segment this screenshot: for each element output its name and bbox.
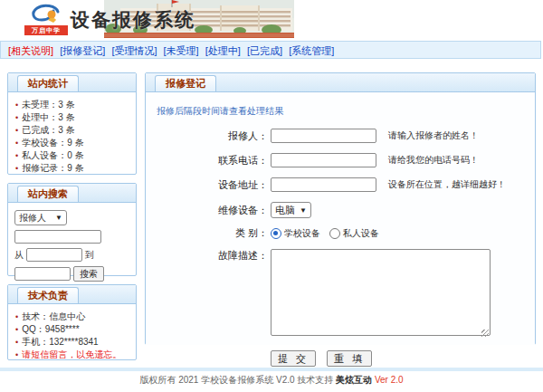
bullet-icon: • — [15, 139, 18, 148]
form-row-location: 设备地址： 设备所在位置，越详细越好！ — [146, 177, 535, 192]
bullet-icon: • — [15, 325, 18, 334]
main-nav: [相关说明] [报修登记] [受理情况] [未受理] [处理中] [已完成] [… — [0, 41, 541, 59]
form-row-reporter: 报修人： 请输入报修者的姓名！ — [146, 129, 535, 143]
form-row-phone: 联系电话： 请给我您的电话号码！ — [146, 153, 535, 167]
stat-school-devices: •学校设备：9 条 — [15, 137, 132, 149]
chevron-down-icon: ▼ — [300, 206, 307, 215]
repair-register-panel: 报修登记 报修后隔段时间请查看处理结果 报修人： 请输入报修者的姓名！ 联系电话… — [145, 72, 536, 345]
search-to-label: 到 — [85, 249, 94, 262]
vendor-name: 美炫互动 — [336, 375, 372, 385]
tech-warning: •请短信留言，以免遗忘。 — [15, 349, 132, 361]
version-text: Ver 2.0 — [375, 375, 404, 385]
search-date-from-input[interactable] — [26, 248, 82, 262]
location-label: 设备地址： — [146, 178, 271, 192]
tech-support-title: 技术负责 — [17, 287, 79, 303]
phone-hint: 请给我您的电话号码！ — [388, 154, 479, 167]
nav-item-in-progress[interactable]: [处理中] — [205, 45, 241, 56]
nav-item-completed[interactable]: [已完成] — [247, 45, 282, 56]
copyright-text: 版权所有 2021 学校设备报修系统 V2.0 技术支持 — [139, 375, 333, 385]
bullet-icon: • — [15, 113, 18, 122]
radio-school-label: 学校设备 — [284, 227, 320, 240]
reporter-hint: 请输入报修者的姓名！ — [388, 129, 479, 142]
tech-phone: •手机：132****8341 — [15, 336, 132, 349]
repair-register-tab: 报修登记 — [155, 75, 216, 91]
device-select[interactable]: 电脑 ▼ — [271, 202, 311, 218]
school-name-banner: 万启中学 — [24, 25, 68, 35]
site-stats-header: 站内统计 — [8, 73, 136, 92]
fault-description-textarea[interactable] — [271, 249, 491, 336]
form-row-device: 维修设备： 电脑 ▼ — [146, 202, 535, 218]
search-from-label: 从 — [14, 249, 24, 262]
radio-private-label: 私人设备 — [343, 227, 379, 240]
bullet-icon: • — [15, 338, 18, 347]
nav-item-instructions[interactable]: [相关说明] — [8, 45, 53, 56]
stat-private-devices: •私人设备：0 条 — [15, 149, 132, 162]
logo-swoosh-icon — [24, 3, 69, 26]
tech-support-panel: 技术负责 •技术：信息中心 •QQ：9458**** •手机：132****83… — [7, 284, 137, 360]
device-label: 维修设备： — [146, 204, 271, 217]
header: 万启中学 设备报修系统 — [0, 0, 543, 38]
search-date-to-input[interactable] — [14, 267, 71, 281]
site-stats-title: 站内统计 — [17, 75, 79, 91]
bullet-icon: • — [15, 100, 18, 110]
stat-in-progress: •处理中：3 条 — [15, 111, 132, 124]
nav-item-repair-register[interactable]: [报修登记] — [60, 45, 105, 56]
search-button[interactable]: 搜索 — [73, 266, 104, 282]
category-option-school: 学校设备 — [271, 227, 320, 240]
reset-button[interactable]: 重 填 — [327, 350, 372, 367]
site-search-title: 站内搜索 — [17, 186, 79, 202]
page-title: 设备报修系统 — [71, 7, 195, 33]
tech-support-header: 技术负责 — [8, 285, 136, 304]
location-input[interactable] — [271, 177, 376, 192]
bullet-icon: • — [15, 126, 18, 135]
school-logo: 万启中学 — [24, 3, 69, 35]
description-label: 故障描述： — [146, 249, 271, 263]
bullet-icon: • — [15, 164, 18, 173]
category-label: 类 别： — [146, 226, 271, 240]
phone-input[interactable] — [271, 153, 376, 167]
form-buttons: 提 交 重 填 — [271, 350, 535, 367]
chevron-down-icon: ▼ — [55, 214, 62, 222]
reporter-label: 报修人： — [146, 129, 271, 143]
nav-item-system-admin[interactable]: [系统管理] — [289, 45, 334, 56]
stat-completed: •已完成：3 条 — [15, 124, 132, 137]
repair-register-header: 报修登记 — [146, 73, 535, 92]
phone-label: 联系电话： — [146, 154, 271, 167]
bullet-icon: • — [15, 312, 18, 321]
site-stats-panel: 站内统计 •未受理：3 条 •处理中：3 条 •已完成：3 条 •学校设备：9 … — [7, 72, 137, 175]
form-row-category: 类 别： 学校设备 私人设备 — [146, 226, 535, 240]
radio-private-device[interactable] — [329, 228, 340, 239]
site-search-header: 站内搜索 — [8, 184, 136, 203]
nav-item-acceptance-status[interactable]: [受理情况] — [111, 45, 157, 56]
tech-contact: •技术：信息中心 — [15, 311, 132, 323]
reporter-input[interactable] — [271, 129, 376, 143]
stat-repair-records: •报修记录：9 条 — [15, 162, 132, 175]
site-search-panel: 站内搜索 报修人 ▼ 从 到 搜索 — [7, 183, 137, 276]
radio-school-device[interactable] — [271, 228, 281, 239]
search-field-select[interactable]: 报修人 ▼ — [14, 210, 67, 225]
form-row-description: 故障描述： — [146, 249, 535, 339]
footer: 版权所有 2021 学校设备报修系统 V2.0 技术支持 美炫互动 Ver 2.… — [0, 374, 543, 387]
search-keyword-input[interactable] — [14, 230, 101, 244]
process-note: 报修后隔段时间请查看处理结果 — [157, 105, 283, 118]
category-option-private: 私人设备 — [329, 227, 379, 240]
stat-unaccepted: •未受理：3 条 — [15, 99, 132, 111]
nav-item-unaccepted[interactable]: [未受理] — [164, 45, 199, 56]
footer-divider — [0, 368, 543, 371]
bullet-icon: • — [15, 151, 18, 160]
repair-form: 报修人： 请输入报修者的姓名！ 联系电话： 请给我您的电话号码！ 设备地址： 设… — [146, 129, 535, 367]
tech-qq: •QQ：9458**** — [15, 323, 132, 336]
submit-button[interactable]: 提 交 — [271, 350, 316, 367]
bullet-icon: • — [15, 350, 18, 359]
location-hint: 设备所在位置，越详细越好！ — [388, 178, 506, 191]
